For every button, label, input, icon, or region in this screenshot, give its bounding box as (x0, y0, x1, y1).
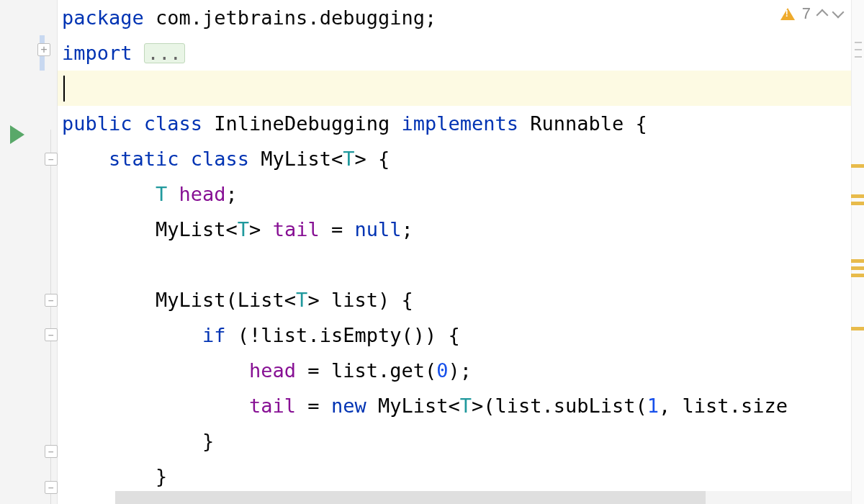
code-line: } (58, 423, 864, 459)
code-editor[interactable]: package com.jetbrains.debugging; import … (58, 0, 864, 504)
code-line: T head; (58, 176, 864, 212)
warning-stripe-mark[interactable] (851, 327, 864, 330)
code-line: static class MyList<T> { (58, 141, 864, 176)
code-line: MyList<T> tail = null; (58, 212, 864, 247)
horizontal-scrollbar-thumb[interactable] (115, 491, 706, 504)
warning-count: 7 (802, 6, 811, 22)
code-line: } (58, 459, 864, 494)
code-line: tail = new MyList<T>(list.subList(1, lis… (58, 388, 864, 423)
code-line: package com.jetbrains.debugging; (58, 0, 864, 35)
horizontal-scrollbar[interactable] (115, 491, 851, 504)
warning-stripe-mark[interactable] (851, 259, 864, 263)
package-path: com.jetbrains.debugging; (144, 8, 436, 27)
warning-stripe-mark[interactable] (851, 194, 864, 198)
run-gutter-icon[interactable] (10, 125, 24, 144)
warning-stripe-mark[interactable] (851, 164, 864, 168)
folded-imports[interactable]: ... (144, 43, 185, 63)
error-stripe[interactable] (851, 0, 864, 504)
fold-collapse-icon[interactable]: − (45, 153, 58, 166)
warning-stripe-mark[interactable] (851, 202, 864, 205)
current-line[interactable] (58, 71, 864, 106)
fold-expand-icon[interactable]: + (37, 43, 50, 56)
code-line (58, 247, 864, 282)
editor-gutter[interactable]: + −−−−− (0, 0, 58, 504)
fold-collapse-icon[interactable]: − (45, 481, 58, 494)
fold-collapse-icon[interactable]: − (45, 328, 58, 341)
code-line: public class InlineDebugging implements … (58, 106, 864, 141)
warning-stripe-mark[interactable] (851, 266, 864, 270)
next-highlight-icon[interactable] (832, 6, 845, 19)
warning-stripe-mark[interactable] (851, 274, 864, 277)
prev-highlight-icon[interactable] (816, 9, 829, 22)
stripe-grip-icon (855, 42, 862, 58)
keyword-package: package (62, 8, 144, 27)
warning-icon (780, 8, 795, 20)
keyword-import: import (62, 43, 132, 63)
code-line: import ... (58, 35, 864, 71)
fold-collapse-icon[interactable]: − (45, 294, 58, 307)
code-line: head = list.get(0); (58, 353, 864, 388)
inspection-widget[interactable]: 7 (780, 6, 842, 22)
code-line: if (!list.isEmpty()) { (58, 318, 864, 353)
code-line: MyList(List<T> list) { (58, 282, 864, 318)
fold-collapse-icon[interactable]: − (45, 445, 58, 458)
